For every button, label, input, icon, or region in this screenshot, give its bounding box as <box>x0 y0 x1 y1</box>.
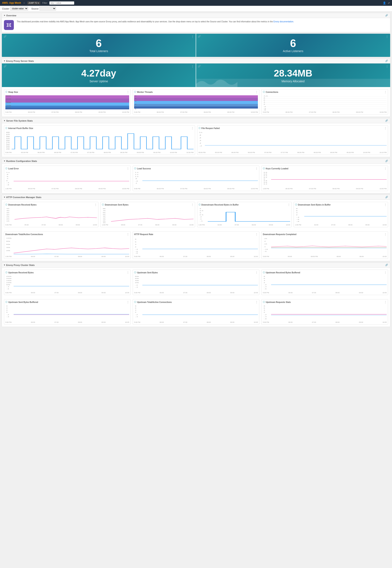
http-conn-link-icon[interactable]: 🔗 <box>385 196 388 199</box>
ds-sent-buf-info[interactable]: ⓘ <box>295 203 297 206</box>
connections-info-icon[interactable]: ⓘ <box>263 90 265 93</box>
svg-text:4: 4 <box>264 101 265 103</box>
svg-text:275: 275 <box>6 142 10 144</box>
up-rcv-info[interactable]: ⓘ <box>5 271 7 274</box>
svg-text:.2: .2 <box>199 216 202 218</box>
svg-rect-11 <box>5 98 129 102</box>
svg-text:1k: 1k <box>103 222 106 223</box>
svg-text:0: 0 <box>6 180 8 181</box>
up-sent-menu[interactable]: ⋮ <box>255 271 258 274</box>
keys-menu[interactable]: ⋮ <box>384 167 387 170</box>
worker-header: ⓘ Worker Threads ⋮ <box>134 90 258 93</box>
envoy-doc-link[interactable]: Envoy documentation. <box>273 20 294 23</box>
load-success-menu[interactable]: ⋮ <box>255 167 258 170</box>
runtime-config-link-icon[interactable]: 🔗 <box>385 160 388 162</box>
memory-menu-icon[interactable]: ⋮ <box>386 65 389 68</box>
reopen-menu[interactable]: ⋮ <box>384 127 387 130</box>
http-conn-section: ▾ HTTP Connection Manager Stats 🔗 ⓘ Down… <box>2 195 390 261</box>
overview-chevron[interactable]: ▾ <box>4 14 5 16</box>
share-icon[interactable]: ⇗ <box>388 1 390 5</box>
up-sent-buf-info[interactable]: ⓘ <box>5 301 7 304</box>
ds-sent-buf-menu[interactable]: ⋮ <box>384 203 387 206</box>
ds-rcv-buf-menu[interactable]: ⋮ <box>288 203 290 206</box>
ds-rcv-chart: 45 40 35 30 25 20 15 <box>5 207 97 223</box>
svg-text:2: 2 <box>135 246 136 248</box>
up-requests-menu[interactable]: ⋮ <box>384 301 387 304</box>
up-total-conn-panel: ⓘ Upstream Total/Active Connections ⋮ 8 … <box>133 299 259 325</box>
worker-menu[interactable]: ⋮ <box>255 90 258 93</box>
svg-text:-.4: -.4 <box>135 248 138 250</box>
worker-info-icon[interactable]: ⓘ <box>134 90 136 93</box>
heap-menu[interactable]: ⋮ <box>127 90 129 93</box>
total-link-icon[interactable]: 🔗 <box>3 35 7 38</box>
flush-menu[interactable]: ⋮ <box>191 127 194 130</box>
user-icon[interactable]: 👤 <box>383 1 386 5</box>
ds-total-conn-menu[interactable]: ⋮ <box>127 233 129 236</box>
server-fs-chevron[interactable]: ▾ <box>4 119 5 122</box>
total-menu-icon[interactable]: ⋮ <box>191 35 194 38</box>
up-sent-times: 5:00 PM 06:00 07:00 08:00 09:00 10:05 <box>134 292 258 294</box>
uptime-link-icon[interactable]: 🔗 <box>3 65 7 68</box>
load-success-info[interactable]: ⓘ <box>134 167 136 170</box>
cluster-select[interactable]: cluster-value <box>10 7 28 11</box>
filter-input[interactable] <box>49 1 74 5</box>
up-rcv-buf-info[interactable]: ⓘ <box>263 271 265 274</box>
ds-sent-info[interactable]: ⓘ <box>102 203 104 206</box>
runtime-config-chevron[interactable]: ▾ <box>4 160 5 162</box>
envoy-cluster-link-icon[interactable]: 🔗 <box>385 264 388 266</box>
ds-rcv-menu[interactable]: ⋮ <box>94 203 97 206</box>
server-fs-link-icon[interactable]: 🔗 <box>385 119 388 122</box>
uptime-menu-icon[interactable]: ⋮ <box>191 65 194 68</box>
reopen-info-icon[interactable]: ⓘ <box>199 127 201 130</box>
ds-rcv-buf-chart: 4 3.5 3 2.5 .2 .1 -.1 <box>199 207 290 223</box>
svg-text:-.4: -.4 <box>264 316 266 317</box>
active-menu-icon[interactable]: ⋮ <box>386 35 389 38</box>
up-sent-info[interactable]: ⓘ <box>134 271 136 274</box>
memory-link-icon[interactable]: 🔗 <box>198 65 201 68</box>
ds-rcv-info[interactable]: ⓘ <box>5 203 7 206</box>
ds-rcv-buf-info[interactable]: ⓘ <box>199 203 201 206</box>
up-total-conn-chart: 8 6 4 2 -.2 -.4 <box>134 304 258 321</box>
envoy-cluster-chevron[interactable]: ▾ <box>4 264 5 266</box>
up-sent-buf-menu[interactable]: ⋮ <box>127 301 129 304</box>
heap-chart-area: 60M 40M 30M 20M 10M <box>5 94 129 111</box>
ds-sent-menu[interactable]: ⋮ <box>191 203 194 206</box>
star-icon[interactable]: ☆ <box>23 2 25 4</box>
svg-text:6k: 6k <box>103 212 106 213</box>
load-error-info[interactable]: ⓘ <box>5 167 7 170</box>
overview-title: Overview <box>6 14 16 17</box>
svg-text:4: 4 <box>296 212 298 213</box>
heap-time-labels: 5:00 PM 06:00 PM 07:00 PM 08:00 PM 09:00… <box>5 111 129 113</box>
heap-info-icon[interactable]: ⓘ <box>5 90 7 93</box>
source-select[interactable] <box>40 7 56 11</box>
up-rcv-menu[interactable]: ⋮ <box>127 271 129 274</box>
http-conn-chevron[interactable]: ▾ <box>4 196 5 198</box>
svg-text:6.8: 6.8 <box>264 172 267 173</box>
flush-chart-area: 400 375 350 325 300 275 250 200 150 <box>5 131 194 151</box>
load-error-menu[interactable]: ⋮ <box>127 167 129 170</box>
up-rcv-buf-menu[interactable]: ⋮ <box>384 271 387 274</box>
http-req-rate-menu[interactable]: ⋮ <box>255 233 258 236</box>
connections-menu[interactable]: ⋮ <box>384 90 387 93</box>
ds-req-completed-menu[interactable]: ⋮ <box>384 233 387 236</box>
svg-text:-.8: -.8 <box>296 221 299 222</box>
envoy-proxy-link-icon[interactable]: 🔗 <box>385 59 388 62</box>
up-requests-chart: 8 6 4 2 -.2 -.4 -.8 <box>263 304 387 321</box>
svg-text:.8: .8 <box>135 178 137 179</box>
up-sent-bytes-panel: ⓘ Upstream Sent Bytes ⋮ 80k 60k 40k 20k … <box>133 270 259 295</box>
overview-link-icon[interactable]: 🔗 <box>385 14 388 17</box>
up-total-conn-times: 5:00 PM 06:00 07:00 08:00 09:00 10:05 <box>134 321 258 323</box>
flush-info-icon[interactable]: ⓘ <box>5 127 7 130</box>
up-requests-info[interactable]: ⓘ <box>263 301 265 304</box>
connections-panel: ⓘ Connections ⋮ 1.m 8 6 4 <box>261 89 388 115</box>
up-total-conn-info[interactable]: ⓘ <box>134 301 136 304</box>
active-link-icon[interactable]: 🔗 <box>198 35 201 38</box>
keys-info[interactable]: ⓘ <box>263 167 265 170</box>
jump-to-button[interactable]: JUMP TO ▾ <box>27 1 40 5</box>
up-total-conn-menu[interactable]: ⋮ <box>255 301 258 304</box>
svg-text:.4: .4 <box>6 178 8 179</box>
heap-title: Heap Size <box>8 91 18 93</box>
svg-text:-.4: -.4 <box>6 286 9 287</box>
svg-text:-.4: -.4 <box>135 316 138 317</box>
envoy-proxy-chevron[interactable]: ▾ <box>4 60 5 62</box>
